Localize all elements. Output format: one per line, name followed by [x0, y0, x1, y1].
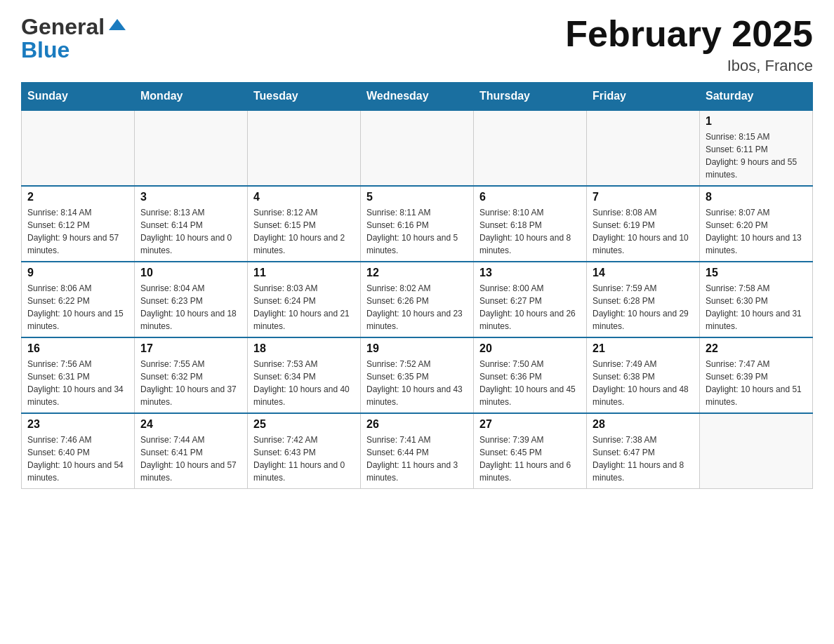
day-number: 7: [593, 191, 694, 203]
calendar-day: 5Sunrise: 8:11 AMSunset: 6:16 PMDaylight…: [361, 186, 474, 262]
location: Ibos, France: [565, 57, 813, 75]
day-number: 20: [479, 342, 581, 355]
calendar-day: [700, 413, 813, 489]
calendar-day: 9Sunrise: 8:06 AMSunset: 6:22 PMDaylight…: [22, 262, 135, 337]
calendar-day: 3Sunrise: 8:13 AMSunset: 6:14 PMDaylight…: [135, 186, 248, 262]
day-info: Sunrise: 7:50 AMSunset: 6:36 PMDaylight:…: [479, 358, 581, 408]
calendar-day: 20Sunrise: 7:50 AMSunset: 6:36 PMDayligh…: [474, 337, 587, 413]
calendar-day: [135, 110, 248, 186]
calendar-day: 28Sunrise: 7:38 AMSunset: 6:47 PMDayligh…: [587, 413, 700, 489]
day-number: 13: [479, 267, 581, 279]
calendar-day: 18Sunrise: 7:53 AMSunset: 6:34 PMDayligh…: [248, 337, 361, 413]
day-number: 1: [706, 115, 807, 128]
header-wednesday: Wednesday: [361, 83, 474, 111]
calendar-day: 24Sunrise: 7:44 AMSunset: 6:41 PMDayligh…: [135, 413, 248, 489]
day-info: Sunrise: 7:59 AMSunset: 6:28 PMDaylight:…: [593, 282, 694, 333]
calendar-day: 6Sunrise: 8:10 AMSunset: 6:18 PMDaylight…: [474, 186, 587, 262]
week-row-4: 23Sunrise: 7:46 AMSunset: 6:40 PMDayligh…: [22, 413, 813, 489]
day-number: 15: [706, 267, 807, 279]
day-info: Sunrise: 7:47 AMSunset: 6:39 PMDaylight:…: [706, 358, 807, 408]
header-friday: Friday: [587, 83, 700, 111]
day-number: 5: [366, 191, 468, 203]
calendar-day: [587, 110, 700, 186]
calendar-day: 4Sunrise: 8:12 AMSunset: 6:15 PMDaylight…: [248, 186, 361, 262]
day-info: Sunrise: 7:39 AMSunset: 6:45 PMDaylight:…: [479, 434, 581, 484]
day-number: 23: [27, 418, 128, 431]
day-number: 25: [253, 418, 355, 431]
day-number: 24: [140, 418, 241, 431]
calendar-day: [474, 110, 587, 186]
day-info: Sunrise: 8:12 AMSunset: 6:15 PMDaylight:…: [253, 206, 355, 257]
calendar-day: 23Sunrise: 7:46 AMSunset: 6:40 PMDayligh…: [22, 413, 135, 489]
header-saturday: Saturday: [700, 83, 813, 111]
svg-marker-0: [109, 19, 126, 30]
calendar-day: [361, 110, 474, 186]
day-info: Sunrise: 7:55 AMSunset: 6:32 PMDaylight:…: [140, 358, 241, 408]
logo-icon: [106, 15, 128, 37]
calendar-day: 25Sunrise: 7:42 AMSunset: 6:43 PMDayligh…: [248, 413, 361, 489]
day-info: Sunrise: 8:06 AMSunset: 6:22 PMDaylight:…: [27, 282, 128, 333]
calendar-day: 1Sunrise: 8:15 AMSunset: 6:11 PMDaylight…: [700, 110, 813, 186]
day-number: 9: [27, 267, 128, 279]
calendar-day: 10Sunrise: 8:04 AMSunset: 6:23 PMDayligh…: [135, 262, 248, 337]
day-number: 26: [366, 418, 468, 431]
day-number: 17: [140, 342, 241, 355]
header-thursday: Thursday: [474, 83, 587, 111]
logo-blue: Blue: [21, 37, 70, 63]
day-info: Sunrise: 7:56 AMSunset: 6:31 PMDaylight:…: [27, 358, 128, 408]
calendar-day: 22Sunrise: 7:47 AMSunset: 6:39 PMDayligh…: [700, 337, 813, 413]
day-number: 10: [140, 267, 241, 279]
day-info: Sunrise: 7:44 AMSunset: 6:41 PMDaylight:…: [140, 434, 241, 484]
calendar-day: 27Sunrise: 7:39 AMSunset: 6:45 PMDayligh…: [474, 413, 587, 489]
logo-area: General Blue: [21, 14, 128, 63]
calendar-day: 15Sunrise: 7:58 AMSunset: 6:30 PMDayligh…: [700, 262, 813, 337]
day-info: Sunrise: 7:41 AMSunset: 6:44 PMDaylight:…: [366, 434, 468, 484]
day-info: Sunrise: 7:46 AMSunset: 6:40 PMDaylight:…: [27, 434, 128, 484]
day-number: 18: [253, 342, 355, 355]
day-number: 14: [593, 267, 694, 279]
day-info: Sunrise: 8:10 AMSunset: 6:18 PMDaylight:…: [479, 206, 581, 257]
calendar-day: 26Sunrise: 7:41 AMSunset: 6:44 PMDayligh…: [361, 413, 474, 489]
day-number: 4: [253, 191, 355, 203]
day-info: Sunrise: 8:11 AMSunset: 6:16 PMDaylight:…: [366, 206, 468, 257]
day-info: Sunrise: 7:49 AMSunset: 6:38 PMDaylight:…: [593, 358, 694, 408]
days-header-row: Sunday Monday Tuesday Wednesday Thursday…: [22, 83, 813, 111]
calendar-day: 21Sunrise: 7:49 AMSunset: 6:38 PMDayligh…: [587, 337, 700, 413]
week-row-3: 16Sunrise: 7:56 AMSunset: 6:31 PMDayligh…: [22, 337, 813, 413]
week-row-0: 1Sunrise: 8:15 AMSunset: 6:11 PMDaylight…: [22, 110, 813, 186]
day-info: Sunrise: 8:07 AMSunset: 6:20 PMDaylight:…: [706, 206, 807, 257]
calendar-day: 13Sunrise: 8:00 AMSunset: 6:27 PMDayligh…: [474, 262, 587, 337]
day-info: Sunrise: 8:00 AMSunset: 6:27 PMDaylight:…: [479, 282, 581, 333]
calendar-day: 8Sunrise: 8:07 AMSunset: 6:20 PMDaylight…: [700, 186, 813, 262]
calendar-day: [248, 110, 361, 186]
day-info: Sunrise: 8:13 AMSunset: 6:14 PMDaylight:…: [140, 206, 241, 257]
day-info: Sunrise: 8:15 AMSunset: 6:11 PMDaylight:…: [706, 130, 807, 181]
day-number: 2: [27, 191, 128, 203]
calendar-day: [22, 110, 135, 186]
header-monday: Monday: [135, 83, 248, 111]
day-number: 12: [366, 267, 468, 279]
week-row-1: 2Sunrise: 8:14 AMSunset: 6:12 PMDaylight…: [22, 186, 813, 262]
month-title: February 2025: [565, 14, 813, 54]
day-info: Sunrise: 8:03 AMSunset: 6:24 PMDaylight:…: [253, 282, 355, 333]
calendar-day: 19Sunrise: 7:52 AMSunset: 6:35 PMDayligh…: [361, 337, 474, 413]
header-sunday: Sunday: [22, 83, 135, 111]
header-tuesday: Tuesday: [248, 83, 361, 111]
day-info: Sunrise: 8:02 AMSunset: 6:26 PMDaylight:…: [366, 282, 468, 333]
title-area: February 2025 Ibos, France: [565, 14, 813, 75]
day-number: 22: [706, 342, 807, 355]
calendar-day: 12Sunrise: 8:02 AMSunset: 6:26 PMDayligh…: [361, 262, 474, 337]
day-info: Sunrise: 7:38 AMSunset: 6:47 PMDaylight:…: [593, 434, 694, 484]
calendar-day: 16Sunrise: 7:56 AMSunset: 6:31 PMDayligh…: [22, 337, 135, 413]
day-number: 3: [140, 191, 241, 203]
day-number: 6: [479, 191, 581, 203]
day-number: 11: [253, 267, 355, 279]
day-info: Sunrise: 7:52 AMSunset: 6:35 PMDaylight:…: [366, 358, 468, 408]
day-info: Sunrise: 7:42 AMSunset: 6:43 PMDaylight:…: [253, 434, 355, 484]
day-info: Sunrise: 8:08 AMSunset: 6:19 PMDaylight:…: [593, 206, 694, 257]
day-info: Sunrise: 7:53 AMSunset: 6:34 PMDaylight:…: [253, 358, 355, 408]
calendar-day: 14Sunrise: 7:59 AMSunset: 6:28 PMDayligh…: [587, 262, 700, 337]
week-row-2: 9Sunrise: 8:06 AMSunset: 6:22 PMDaylight…: [22, 262, 813, 337]
day-info: Sunrise: 7:58 AMSunset: 6:30 PMDaylight:…: [706, 282, 807, 333]
day-info: Sunrise: 8:04 AMSunset: 6:23 PMDaylight:…: [140, 282, 241, 333]
